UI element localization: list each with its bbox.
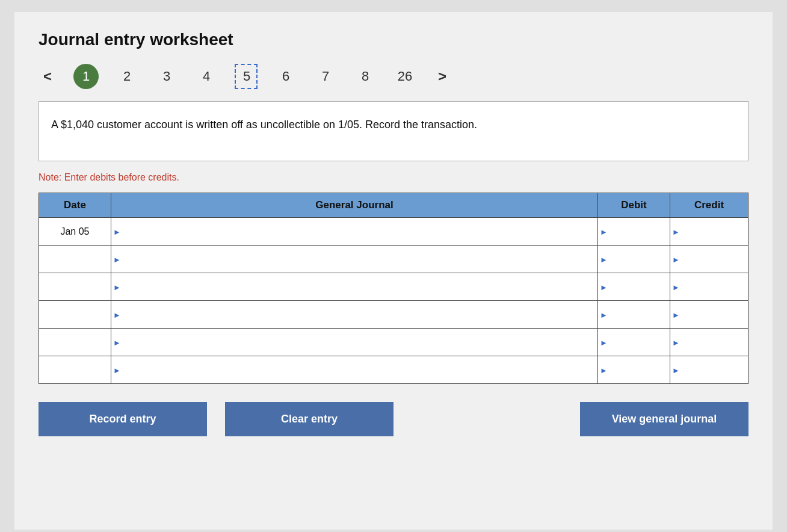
record-entry-button[interactable]: Record entry (39, 402, 207, 436)
cell-arrow-credit-4: ► (672, 338, 680, 347)
row-2-debit-cell[interactable]: ► (598, 273, 670, 301)
credit-input-4[interactable] (670, 329, 748, 356)
buttons-row: Record entry Clear entry View general jo… (39, 402, 748, 436)
row-2-credit-cell[interactable]: ► (670, 273, 748, 301)
main-container: Journal entry worksheet < 1 2 3 4 5 6 7 … (14, 12, 773, 530)
debit-input-4[interactable] (598, 329, 670, 356)
problem-description: A $1,040 customer account is written off… (39, 101, 748, 161)
row-5-debit-cell[interactable]: ► (598, 356, 670, 384)
journal-input-2[interactable] (111, 273, 597, 300)
cell-arrow-debit-3: ► (600, 310, 608, 319)
credit-input-3[interactable] (670, 301, 748, 328)
nav-item-5[interactable]: 5 (235, 64, 258, 89)
row-4-debit-cell[interactable]: ► (598, 329, 670, 356)
journal-input-5[interactable] (111, 356, 597, 383)
cell-arrow-credit-0: ► (672, 227, 680, 236)
row-5-journal-cell[interactable]: ► (111, 356, 598, 384)
prev-button[interactable]: < (39, 66, 57, 87)
header-debit: Debit (598, 193, 670, 218)
navigation-row: < 1 2 3 4 5 6 7 8 26 > (39, 64, 748, 89)
table-row: ►►► (39, 301, 748, 329)
debit-input-1[interactable] (598, 246, 670, 273)
nav-item-3[interactable]: 3 (155, 69, 178, 84)
row-0-debit-cell[interactable]: ► (598, 218, 670, 246)
cell-arrow-debit-1: ► (600, 255, 608, 264)
cell-arrow-credit-1: ► (672, 255, 680, 264)
page-title: Journal entry worksheet (39, 30, 748, 49)
journal-table: Date General Journal Debit Credit Jan 05… (39, 193, 748, 384)
cell-arrow-journal-3: ► (113, 310, 121, 319)
table-row: ►►► (39, 329, 748, 356)
row-1-date-cell (39, 246, 111, 273)
row-3-journal-cell[interactable]: ► (111, 301, 598, 329)
row-3-debit-cell[interactable]: ► (598, 301, 670, 329)
clear-entry-button[interactable]: Clear entry (225, 402, 394, 436)
credit-input-5[interactable] (670, 356, 748, 383)
credit-input-2[interactable] (670, 273, 748, 300)
cell-arrow-journal-2: ► (113, 282, 121, 291)
note-text: Note: Enter debits before credits. (39, 172, 748, 183)
row-4-journal-cell[interactable]: ► (111, 329, 598, 356)
nav-item-1[interactable]: 1 (73, 64, 99, 89)
row-4-date-cell (39, 329, 111, 356)
cell-arrow-journal-0: ► (113, 227, 121, 236)
table-row: Jan 05►►► (39, 218, 748, 246)
cell-arrow-debit-4: ► (600, 338, 608, 347)
nav-item-6[interactable]: 6 (274, 69, 297, 84)
header-date: Date (39, 193, 111, 218)
credit-input-0[interactable] (670, 218, 748, 245)
debit-input-5[interactable] (598, 356, 670, 383)
row-2-date-cell (39, 273, 111, 301)
nav-item-8[interactable]: 8 (354, 69, 377, 84)
view-general-journal-button[interactable]: View general journal (580, 402, 748, 436)
journal-input-1[interactable] (111, 246, 597, 273)
debit-input-0[interactable] (598, 218, 670, 245)
header-credit: Credit (670, 193, 748, 218)
journal-input-0[interactable] (111, 218, 597, 245)
row-5-credit-cell[interactable]: ► (670, 356, 748, 384)
row-4-credit-cell[interactable]: ► (670, 329, 748, 356)
row-1-journal-cell[interactable]: ► (111, 246, 598, 273)
row-3-date-cell (39, 301, 111, 329)
debit-input-2[interactable] (598, 273, 670, 300)
cell-arrow-journal-4: ► (113, 338, 121, 347)
row-1-debit-cell[interactable]: ► (598, 246, 670, 273)
header-journal: General Journal (111, 193, 598, 218)
cell-arrow-debit-5: ► (600, 365, 608, 374)
nav-item-4[interactable]: 4 (195, 69, 218, 84)
row-5-date-cell (39, 356, 111, 384)
journal-input-4[interactable] (111, 329, 597, 356)
nav-item-7[interactable]: 7 (314, 69, 337, 84)
row-0-credit-cell[interactable]: ► (670, 218, 748, 246)
journal-input-3[interactable] (111, 301, 597, 328)
nav-item-26[interactable]: 26 (394, 69, 416, 84)
row-2-journal-cell[interactable]: ► (111, 273, 598, 301)
cell-arrow-credit-5: ► (672, 365, 680, 374)
table-row: ►►► (39, 273, 748, 301)
row-1-credit-cell[interactable]: ► (670, 246, 748, 273)
nav-item-2[interactable]: 2 (116, 69, 138, 84)
cell-arrow-journal-1: ► (113, 255, 121, 264)
cell-arrow-debit-2: ► (600, 282, 608, 291)
debit-input-3[interactable] (598, 301, 670, 328)
cell-arrow-credit-3: ► (672, 310, 680, 319)
row-0-journal-cell[interactable]: ► (111, 218, 598, 246)
credit-input-1[interactable] (670, 246, 748, 273)
row-3-credit-cell[interactable]: ► (670, 301, 748, 329)
cell-arrow-debit-0: ► (600, 227, 608, 236)
cell-arrow-credit-2: ► (672, 282, 680, 291)
cell-arrow-journal-5: ► (113, 365, 121, 374)
row-0-date-cell: Jan 05 (39, 218, 111, 246)
table-row: ►►► (39, 356, 748, 384)
table-row: ►►► (39, 246, 748, 273)
next-button[interactable]: > (433, 66, 451, 87)
